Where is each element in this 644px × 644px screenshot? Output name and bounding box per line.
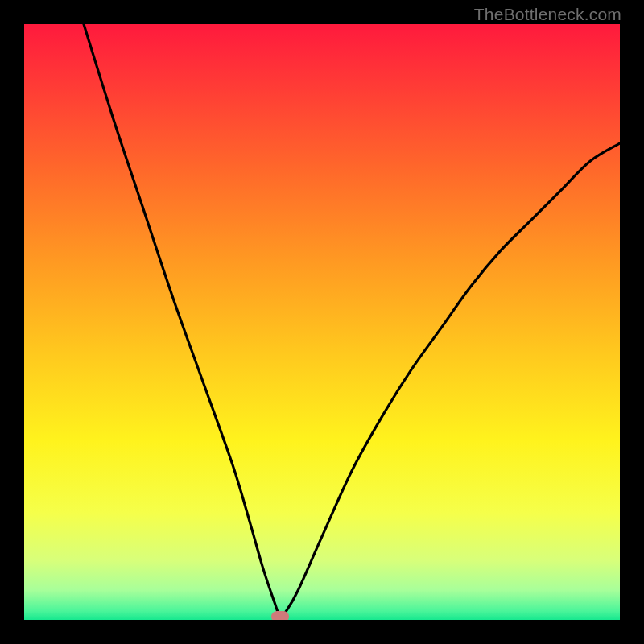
bottleneck-curve: [24, 24, 620, 620]
plot-area: [24, 24, 620, 620]
chart-frame: TheBottleneck.com: [0, 0, 644, 644]
minimum-marker: [271, 611, 289, 620]
watermark-text: TheBottleneck.com: [474, 5, 621, 24]
